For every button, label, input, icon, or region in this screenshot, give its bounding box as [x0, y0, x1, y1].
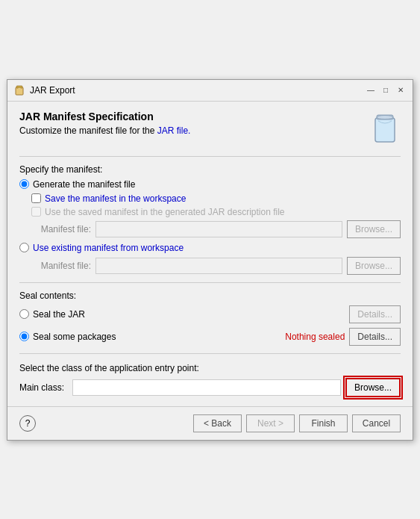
header-area: JAR Manifest Specification Customize the…: [19, 111, 401, 149]
seal-jar-right: Details...: [349, 305, 401, 323]
page-title: JAR Manifest Specification: [19, 111, 190, 122]
divider-1: [19, 156, 401, 157]
nothing-sealed-text: Nothing sealed: [285, 332, 345, 342]
manifest-file-label-1: Manifest file:: [31, 224, 91, 234]
entry-section: Select the class of the application entr…: [19, 363, 401, 397]
svg-point-5: [377, 115, 393, 119]
manifest-file-input-1[interactable]: [95, 221, 342, 237]
seal-packages-right: Nothing sealed Details...: [285, 328, 401, 346]
seal-contents-label: Seal contents:: [19, 290, 401, 301]
svg-point-2: [18, 87, 21, 89]
cancel-button[interactable]: Cancel: [352, 414, 401, 432]
window-icon: [13, 84, 25, 96]
save-workspace-label: Save the manifest in the workspace: [45, 193, 186, 204]
specify-manifest-label: Specify the manifest:: [19, 164, 401, 175]
bottom-bar: ? < Back Next > Finish Cancel: [7, 406, 413, 440]
use-saved-label: Use the saved manifest in the generated …: [45, 207, 285, 217]
seal-jar-radio[interactable]: [19, 309, 29, 319]
seal-packages-row: Seal some packages Nothing sealed Detail…: [19, 328, 401, 346]
back-button[interactable]: < Back: [193, 414, 242, 432]
svg-rect-1: [16, 86, 22, 88]
dialog-content: JAR Manifest Specification Customize the…: [7, 102, 413, 406]
manifest-file-row-2: Manifest file: Browse...: [31, 257, 401, 275]
use-existing-option[interactable]: Use existing manifest from workspace: [19, 243, 401, 253]
title-controls: — □ ✕: [365, 84, 407, 96]
svg-rect-3: [375, 118, 395, 142]
seal-packages-label: Seal some packages: [33, 332, 116, 342]
seal-jar-details-button[interactable]: Details...: [349, 305, 401, 323]
main-class-row: Main class: Browse...: [19, 378, 401, 397]
generate-manifest-label: Generate the manifest file: [33, 179, 135, 190]
title-bar-left: JAR Export: [13, 84, 75, 96]
use-saved-checkbox[interactable]: [31, 207, 41, 217]
close-button[interactable]: ✕: [395, 84, 407, 96]
use-existing-label: Use existing manifest from workspace: [33, 243, 184, 253]
header-row: JAR Manifest Specification Customize the…: [19, 111, 401, 149]
page-subtitle: Customize the manifest file for the JAR …: [19, 125, 190, 136]
seal-jar-left: Seal the JAR: [19, 309, 85, 320]
next-button[interactable]: Next >: [246, 414, 295, 432]
browse-main-class-button[interactable]: Browse...: [345, 378, 401, 397]
seal-packages-radio[interactable]: [19, 332, 29, 341]
seal-packages-left: Seal some packages: [19, 332, 116, 342]
manifest-file-row-1: Manifest file: Browse...: [31, 220, 401, 238]
save-workspace-option[interactable]: Save the manifest in the workspace: [31, 193, 401, 204]
main-class-input[interactable]: [72, 379, 341, 396]
seal-jar-label: Seal the JAR: [33, 309, 85, 320]
divider-2: [19, 282, 401, 283]
minimize-button[interactable]: —: [365, 84, 377, 96]
browse-button-1[interactable]: Browse...: [347, 220, 401, 238]
finish-button[interactable]: Finish: [299, 414, 348, 432]
manifest-file-input-2[interactable]: [95, 258, 342, 274]
manifest-file-label-2: Manifest file:: [31, 261, 91, 271]
subtitle-highlight: JAR file.: [157, 125, 191, 136]
header-text-area: JAR Manifest Specification Customize the…: [19, 111, 190, 136]
divider-3: [19, 353, 401, 354]
use-existing-radio[interactable]: [19, 243, 29, 252]
maximize-button[interactable]: □: [380, 84, 392, 96]
entry-point-label: Select the class of the application entr…: [19, 363, 401, 373]
jar-export-window: JAR Export — □ ✕ JAR Manifest Specificat…: [7, 79, 413, 441]
seal-packages-details-button[interactable]: Details...: [349, 328, 401, 346]
seal-jar-row: Seal the JAR Details...: [19, 305, 401, 323]
seal-section: Seal contents: Seal the JAR Details... S…: [19, 290, 401, 346]
jar-icon-area: [369, 111, 401, 149]
help-button[interactable]: ?: [19, 415, 36, 432]
manifest-section: Specify the manifest: Generate the manif…: [19, 164, 401, 275]
main-class-label: Main class:: [19, 382, 68, 393]
use-saved-option[interactable]: Use the saved manifest in the generated …: [31, 207, 401, 217]
window-title: JAR Export: [30, 85, 75, 96]
bottom-buttons: < Back Next > Finish Cancel: [193, 414, 401, 432]
save-workspace-checkbox[interactable]: [31, 193, 41, 203]
generate-manifest-option[interactable]: Generate the manifest file: [19, 179, 401, 190]
generate-manifest-radio[interactable]: [19, 179, 29, 189]
subtitle-plain: Customize the manifest file for the: [19, 125, 157, 136]
browse-button-2[interactable]: Browse...: [347, 257, 401, 275]
title-bar: JAR Export — □ ✕: [7, 80, 413, 102]
jar-icon: [369, 111, 401, 146]
